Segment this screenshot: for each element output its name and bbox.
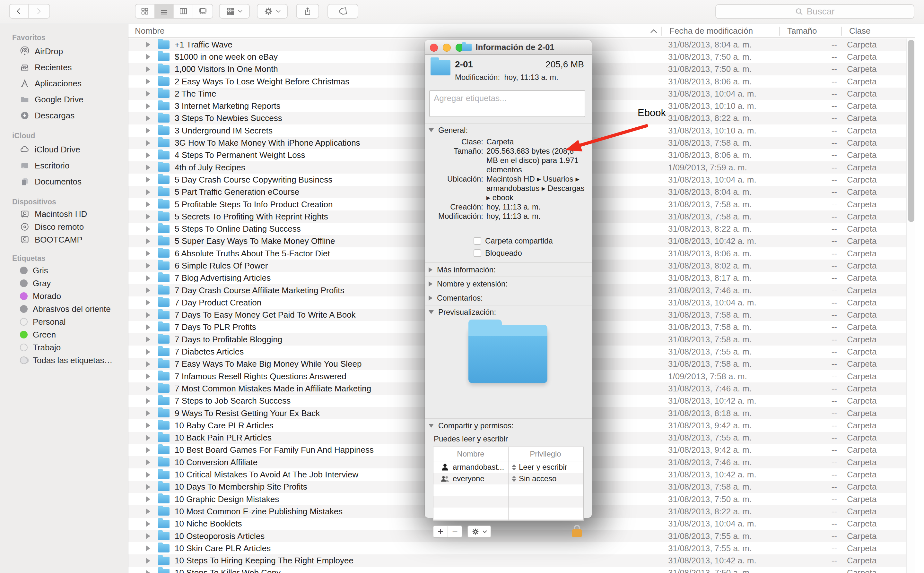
column-divider[interactable] xyxy=(661,27,662,36)
sidebar-item-icloud-drive[interactable]: iCloud Drive xyxy=(0,141,128,158)
add-permission-button[interactable]: + xyxy=(433,526,447,537)
disclosure-triangle-icon[interactable] xyxy=(146,202,150,207)
disclosure-triangle-icon[interactable] xyxy=(146,128,150,133)
tags-input[interactable]: Agregar etiquetas... xyxy=(429,90,585,117)
sidebar-item-escritorio[interactable]: Escritorio xyxy=(0,158,128,174)
disclosure-triangle-icon[interactable] xyxy=(146,349,150,355)
privilege-select[interactable]: Leer y escribir xyxy=(508,463,583,471)
disclosure-triangle-icon[interactable] xyxy=(146,398,150,404)
sidebar-item-morado[interactable]: Morado xyxy=(0,290,128,302)
tags-button[interactable] xyxy=(328,4,358,19)
back-button[interactable] xyxy=(9,5,29,18)
disclosure-triangle-icon[interactable] xyxy=(146,300,150,305)
sidebar-item-google-drive[interactable]: Google Drive xyxy=(0,91,128,108)
share-button[interactable] xyxy=(296,4,319,19)
table-row[interactable]: 10 Skin Care PLR Articles 31/08/2013, 7:… xyxy=(129,542,915,554)
sidebar-item-bootcamp[interactable]: BOOTCAMP xyxy=(0,233,128,246)
checkbox[interactable] xyxy=(474,237,481,245)
sidebar-item-disco-remoto[interactable]: Disco remoto xyxy=(0,221,128,233)
sidebar-item-recientes[interactable]: Recientes xyxy=(0,59,128,75)
disclosure-triangle-icon[interactable] xyxy=(146,164,150,171)
disclosure-triangle-icon[interactable] xyxy=(146,472,150,478)
actions-button[interactable] xyxy=(257,4,288,19)
checkbox[interactable] xyxy=(474,249,481,257)
column-view-button[interactable] xyxy=(174,5,193,18)
sidebar-item-descargas[interactable]: Descargas xyxy=(0,108,128,124)
disclosure-triangle-icon[interactable] xyxy=(146,484,150,490)
disclosure-triangle-icon[interactable] xyxy=(146,533,150,539)
disclosure-triangle-icon[interactable] xyxy=(146,337,150,342)
dialog-titlebar[interactable]: Información de 2-01 xyxy=(425,40,592,55)
table-row[interactable]: 10 Steps To Hiring Keeping The Right Emp… xyxy=(129,554,915,567)
permissions-actions-button[interactable] xyxy=(467,526,491,538)
vertical-scrollbar[interactable] xyxy=(906,39,915,573)
disclosure-triangle-icon[interactable] xyxy=(146,177,150,183)
disclosure-triangle-icon[interactable] xyxy=(146,324,150,330)
disclosure-triangle-icon[interactable] xyxy=(146,78,150,85)
disclosure-triangle-icon[interactable] xyxy=(146,361,150,367)
disclosure-triangle-icon[interactable] xyxy=(146,386,150,391)
disclosure-triangle-icon[interactable] xyxy=(146,521,150,527)
disclosure-triangle-icon[interactable] xyxy=(146,42,150,47)
disclosure-triangle-icon[interactable] xyxy=(146,558,150,564)
sidebar-item-airdrop[interactable]: AirDrop xyxy=(0,43,128,59)
section-preview[interactable]: Previsualización: xyxy=(425,305,592,319)
section-general[interactable]: General: xyxy=(425,124,592,137)
column-header-name[interactable]: Nombre xyxy=(135,26,165,36)
table-row[interactable]: 10 Steps To Killer Web Copy 31/08/2013, … xyxy=(129,567,915,573)
disclosure-triangle-icon[interactable] xyxy=(146,140,150,146)
section-collapsed[interactable]: Nombre y extensión: xyxy=(425,277,592,291)
disclosure-triangle-icon[interactable] xyxy=(146,66,150,72)
disclosure-triangle-icon[interactable] xyxy=(146,91,150,97)
sidebar-item-todas-las-etiquetas-[interactable]: Todas las etiquetas… xyxy=(0,354,128,367)
icon-view-button[interactable] xyxy=(135,5,155,18)
disclosure-triangle-icon[interactable] xyxy=(146,312,150,318)
disclosure-triangle-icon[interactable] xyxy=(146,263,150,269)
disclosure-triangle-icon[interactable] xyxy=(146,410,150,416)
section-sharing[interactable]: Compartir y permisos: xyxy=(425,419,592,432)
disclosure-triangle-icon[interactable] xyxy=(146,103,150,109)
section-collapsed[interactable]: Comentarios: xyxy=(425,291,592,305)
disclosure-closed-icon[interactable] xyxy=(428,296,433,301)
disclosure-triangle-icon[interactable] xyxy=(146,238,150,244)
column-header-date[interactable]: Fecha de modificación xyxy=(670,26,753,36)
disclosure-open-icon[interactable] xyxy=(428,128,434,132)
lock-icon[interactable] xyxy=(572,525,582,538)
group-by-button[interactable] xyxy=(219,4,250,19)
sidebar-item-gray[interactable]: Gray xyxy=(0,277,128,290)
disclosure-triangle-icon[interactable] xyxy=(146,226,150,232)
remove-permission-button[interactable]: − xyxy=(447,526,462,537)
minimize-button[interactable] xyxy=(443,44,451,52)
sidebar-item-gris[interactable]: Gris xyxy=(0,264,128,277)
forward-button[interactable] xyxy=(29,5,48,18)
disclosure-triangle-icon[interactable] xyxy=(146,189,150,195)
column-divider[interactable] xyxy=(841,27,842,36)
column-divider[interactable] xyxy=(779,27,780,36)
privilege-select[interactable]: Sin acceso xyxy=(508,474,583,483)
column-header-kind[interactable]: Clase xyxy=(849,26,871,36)
list-view-button[interactable] xyxy=(155,5,174,18)
disclosure-triangle-icon[interactable] xyxy=(146,496,150,502)
disclosure-triangle-icon[interactable] xyxy=(146,459,150,465)
disclosure-triangle-icon[interactable] xyxy=(146,447,150,453)
disclosure-open-icon[interactable] xyxy=(428,424,434,427)
sidebar-item-trabajo[interactable]: Trabajo xyxy=(0,341,128,354)
gallery-view-button[interactable] xyxy=(193,5,213,18)
disclosure-triangle-icon[interactable] xyxy=(146,570,150,573)
scrollbar-thumb[interactable] xyxy=(908,40,915,222)
disclosure-triangle-icon[interactable] xyxy=(146,275,150,281)
disclosure-triangle-icon[interactable] xyxy=(146,54,150,59)
sidebar-item-macintosh-hd[interactable]: Macintosh HD xyxy=(0,208,128,221)
disclosure-closed-icon[interactable] xyxy=(428,267,433,272)
disclosure-triangle-icon[interactable] xyxy=(146,250,150,256)
disclosure-triangle-icon[interactable] xyxy=(146,373,150,379)
disclosure-triangle-icon[interactable] xyxy=(146,435,150,441)
section-collapsed[interactable]: Más información: xyxy=(425,263,592,277)
disclosure-open-icon[interactable] xyxy=(428,310,434,314)
search-input[interactable]: Buscar xyxy=(715,4,915,19)
sidebar-item-abrasivos-del-oriente[interactable]: Abrasivos del oriente xyxy=(0,302,128,315)
disclosure-triangle-icon[interactable] xyxy=(146,423,150,428)
sidebar-item-green[interactable]: Green xyxy=(0,328,128,341)
sidebar-item-documentos[interactable]: Documentos xyxy=(0,174,128,189)
column-header-size[interactable]: Tamaño xyxy=(787,26,817,36)
